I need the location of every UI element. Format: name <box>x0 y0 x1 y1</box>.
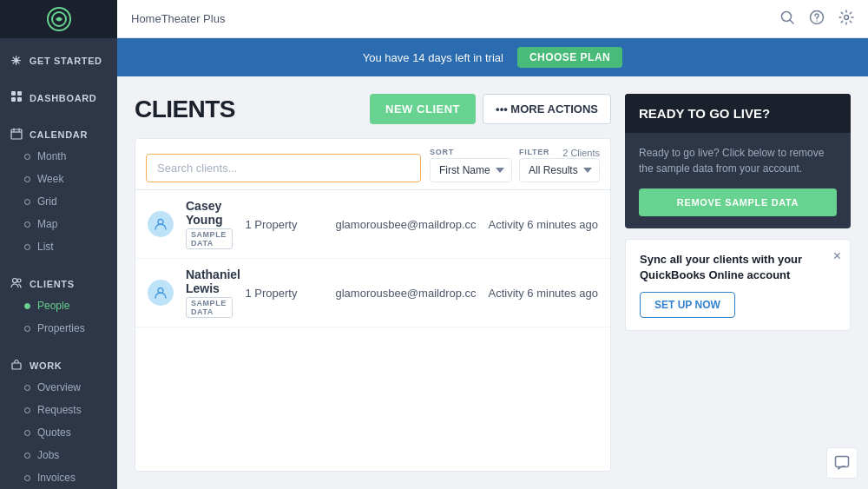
trial-banner: You have 14 days left in trial CHOOSE PL… <box>117 38 868 76</box>
search-icon[interactable] <box>779 10 795 29</box>
svg-rect-5 <box>11 129 22 139</box>
app-logo[interactable] <box>0 0 117 38</box>
sidebar-item-get-started[interactable]: ☀ GET STARTED <box>0 47 117 71</box>
main-area: HomeTheater Plus You have 14 days left i… <box>117 0 868 489</box>
sidebar-item-dashboard[interactable]: DASHBOARD <box>0 83 117 109</box>
search-box <box>146 154 421 182</box>
sidebar-item-jobs[interactable]: Jobs <box>0 444 117 466</box>
client-property: 1 Property <box>245 287 323 300</box>
sidebar-item-quotes[interactable]: Quotes <box>0 421 117 444</box>
clients-toolbar: 2 Clients SORT First Name FILTER <box>135 139 610 190</box>
sidebar-section-work: WORK Overview Requests Quotes Jobs Invoi… <box>0 343 117 489</box>
dot-quotes <box>24 430 30 436</box>
sync-panel: × Sync all your clients with your QuickB… <box>625 239 851 331</box>
dot-list <box>24 244 30 250</box>
client-info: Casey Young SAMPLE DATA <box>186 199 233 249</box>
svg-rect-8 <box>12 363 21 369</box>
page-header: CLIENTS NEW CLIENT ••• MORE ACTIONS <box>135 94 611 124</box>
client-count: 2 Clients <box>562 148 600 158</box>
dot-week <box>24 176 30 182</box>
dot-month <box>24 154 30 160</box>
new-client-button[interactable]: NEW CLIENT <box>370 94 476 124</box>
client-name: Casey Young <box>186 199 233 227</box>
sidebar-item-calendar[interactable]: CALENDAR <box>0 121 117 145</box>
topbar: HomeTheater Plus <box>117 0 868 38</box>
filter-select[interactable]: All Results <box>519 158 600 182</box>
sidebar-label-calendar: CALENDAR <box>30 129 88 140</box>
svg-rect-4 <box>17 97 22 102</box>
ready-text: Ready to go live? Click below to remove … <box>639 145 837 176</box>
dot-properties <box>24 326 30 332</box>
dot-overview <box>24 385 30 391</box>
sort-group: SORT First Name <box>430 148 512 182</box>
remove-sample-data-button[interactable]: REMOVE SAMPLE DATA <box>639 188 837 216</box>
svg-rect-2 <box>17 91 22 96</box>
sidebar-item-month[interactable]: Month <box>0 145 117 168</box>
clients-panel: 2 Clients SORT First Name FILTER <box>135 138 611 472</box>
sample-badge: SAMPLE DATA <box>186 297 233 318</box>
svg-rect-16 <box>836 457 849 467</box>
sidebar-item-overview[interactable]: Overview <box>0 376 117 399</box>
client-info: Nathaniel Lewis SAMPLE DATA <box>186 268 233 318</box>
table-row[interactable]: Casey Young SAMPLE DATA 1 Property glamo… <box>135 190 610 259</box>
dashboard-icon <box>10 90 23 105</box>
svg-rect-3 <box>11 97 16 102</box>
sort-select[interactable]: First Name <box>430 158 512 182</box>
sidebar-item-list[interactable]: List <box>0 235 117 258</box>
help-icon[interactable] <box>809 10 825 29</box>
sidebar-label-work: WORK <box>30 360 62 371</box>
sidebar-item-people[interactable]: People <box>0 294 117 317</box>
dot-grid <box>24 199 30 205</box>
app-title: HomeTheater Plus <box>131 12 769 25</box>
table-row[interactable]: Nathaniel Lewis SAMPLE DATA 1 Property g… <box>135 259 610 327</box>
dot-jobs <box>24 453 30 459</box>
choose-plan-button[interactable]: CHOOSE PLAN <box>517 47 622 68</box>
client-activity: Activity 6 minutes ago <box>489 218 598 231</box>
chat-icon[interactable] <box>826 447 858 479</box>
client-email: glamorousbee@maildrop.cc <box>335 287 476 300</box>
logo-icon <box>47 7 71 31</box>
sun-icon: ☀ <box>10 54 23 68</box>
right-panel: READY TO GO LIVE? Ready to go live? Clic… <box>625 94 851 472</box>
svg-rect-1 <box>11 91 16 96</box>
sidebar-section-calendar: CALENDAR Month Week Grid Map List <box>0 112 117 261</box>
sidebar: ☀ GET STARTED DASHBOARD CALENDAR Month W… <box>0 0 117 489</box>
more-actions-button[interactable]: ••• MORE ACTIONS <box>483 94 611 124</box>
sidebar-item-map[interactable]: Map <box>0 213 117 235</box>
dot-map <box>24 221 30 228</box>
work-icon <box>10 359 23 373</box>
close-icon[interactable]: × <box>833 248 841 264</box>
sidebar-section-get-started: ☀ GET STARTED <box>0 38 117 75</box>
sidebar-label-get-started: GET STARTED <box>30 56 102 66</box>
settings-icon[interactable] <box>838 10 854 29</box>
client-name: Nathaniel Lewis <box>186 268 233 295</box>
client-activity: Activity 6 minutes ago <box>489 287 598 300</box>
avatar <box>148 211 174 237</box>
svg-point-7 <box>17 279 21 282</box>
sidebar-item-clients[interactable]: CLIENTS <box>0 270 117 294</box>
calendar-icon <box>10 128 23 142</box>
client-property: 1 Property <box>245 218 323 231</box>
page-actions: NEW CLIENT ••• MORE ACTIONS <box>370 94 611 124</box>
clients-icon <box>10 277 23 291</box>
avatar <box>148 280 174 306</box>
dot-invoices <box>24 475 30 481</box>
sidebar-item-requests[interactable]: Requests <box>0 399 117 421</box>
setup-now-button[interactable]: SET UP NOW <box>640 292 735 318</box>
sort-label: SORT <box>430 148 512 156</box>
search-input[interactable] <box>146 154 421 182</box>
trial-message: You have 14 days left in trial <box>363 51 503 64</box>
sidebar-item-invoices[interactable]: Invoices <box>0 466 117 489</box>
sidebar-item-work[interactable]: WORK <box>0 352 117 376</box>
topbar-icons <box>779 10 854 29</box>
sidebar-item-week[interactable]: Week <box>0 168 117 190</box>
sidebar-item-properties[interactable]: Properties <box>0 317 117 340</box>
dot-people <box>24 303 30 309</box>
sync-title: Sync all your clients with your QuickBoo… <box>640 252 836 283</box>
sidebar-item-grid[interactable]: Grid <box>0 190 117 213</box>
ready-body: Ready to go live? Click below to remove … <box>625 133 851 228</box>
ready-panel: READY TO GO LIVE? Ready to go live? Clic… <box>625 94 851 228</box>
clients-section: CLIENTS NEW CLIENT ••• MORE ACTIONS 2 Cl… <box>135 94 611 472</box>
page-title: CLIENTS <box>135 96 235 123</box>
svg-point-6 <box>13 279 17 283</box>
